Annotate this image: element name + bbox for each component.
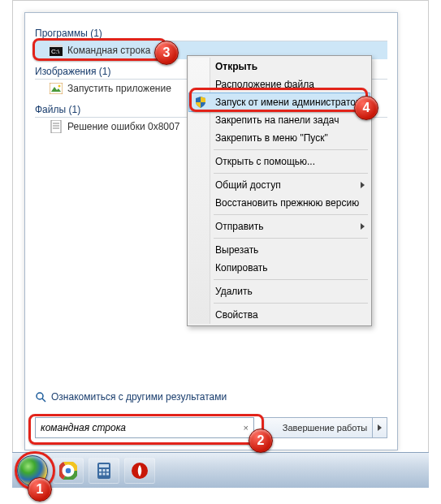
taskbar-app-icon[interactable]: [124, 458, 155, 484]
taskbar: [12, 452, 429, 488]
svg-rect-21: [103, 469, 106, 472]
ctx-cut[interactable]: Вырезать: [189, 241, 370, 259]
ctx-send-to[interactable]: Отправить: [189, 218, 370, 235]
ctx-delete[interactable]: Удалить: [189, 282, 370, 300]
shield-icon: [194, 96, 207, 109]
taskbar-chrome-icon[interactable]: [53, 458, 84, 484]
ctx-separator: [214, 238, 368, 239]
ctx-pin-taskbar[interactable]: Закрепить на панели задач: [189, 111, 370, 129]
ctx-open-file-location[interactable]: Расположение файла: [189, 75, 370, 93]
search-input[interactable]: [36, 422, 238, 433]
svg-rect-6: [51, 120, 61, 133]
cmd-icon: C:\: [50, 44, 63, 57]
ctx-separator: [214, 279, 368, 280]
context-menu: Открыть Расположение файла Запуск от име…: [187, 55, 372, 326]
ctx-open-with[interactable]: Открыть с помощью...: [189, 153, 370, 170]
result-label: Запустить приложение: [67, 83, 171, 94]
svg-rect-25: [106, 472, 109, 475]
chevron-right-icon: [378, 424, 382, 431]
search-row: × Завершение работы: [35, 417, 387, 438]
shutdown-label: Завершение работы: [283, 423, 367, 433]
taskbar-calculator-icon[interactable]: [89, 458, 119, 484]
more-results-label: Ознакомиться с другими результатами: [51, 391, 227, 403]
svg-rect-1: [50, 45, 63, 47]
svg-rect-20: [99, 469, 102, 472]
svg-rect-24: [103, 472, 106, 475]
svg-point-10: [37, 393, 43, 399]
ctx-open[interactable]: Открыть: [189, 58, 370, 75]
ctx-separator: [214, 149, 368, 150]
shutdown-button[interactable]: Завершение работы: [262, 417, 387, 438]
more-results-link[interactable]: Ознакомиться с другими результатами: [35, 391, 227, 403]
image-icon: [50, 82, 63, 95]
chevron-right-icon: [361, 223, 365, 230]
document-icon: [50, 120, 63, 133]
ctx-share[interactable]: Общий доступ: [189, 176, 370, 194]
svg-text:C:\: C:\: [51, 48, 60, 55]
svg-point-5: [58, 85, 61, 88]
svg-rect-22: [106, 469, 109, 472]
ctx-pin-start[interactable]: Закрепить в меню "Пуск": [189, 129, 370, 147]
ctx-run-as-admin[interactable]: Запуск от имени администратора: [189, 93, 370, 111]
search-box[interactable]: ×: [35, 417, 254, 438]
shutdown-split[interactable]: [372, 418, 387, 437]
ctx-separator: [214, 214, 368, 215]
ctx-restore-previous[interactable]: Восстановить прежнюю версию: [189, 194, 370, 212]
clear-search-icon[interactable]: ×: [238, 423, 253, 433]
chevron-right-icon: [361, 182, 365, 188]
ctx-separator: [214, 303, 368, 304]
svg-line-11: [42, 398, 45, 402]
result-label: Командная строка: [67, 45, 150, 56]
ctx-copy[interactable]: Копировать: [189, 259, 370, 277]
svg-rect-3: [50, 83, 63, 94]
ctx-properties[interactable]: Свойства: [189, 306, 370, 324]
group-header-programs: Программы (1): [35, 23, 387, 41]
start-button[interactable]: [17, 455, 48, 486]
ctx-separator: [214, 173, 368, 174]
search-icon: [35, 391, 46, 403]
result-label: Решение ошибки 0x8007: [67, 121, 179, 132]
svg-rect-23: [99, 472, 102, 475]
svg-rect-19: [99, 464, 109, 467]
